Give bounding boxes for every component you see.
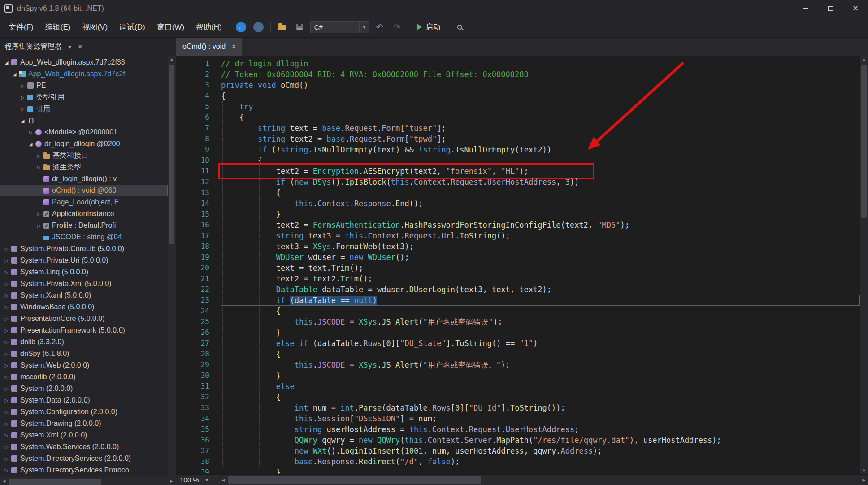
line-number[interactable]: 31 — [176, 381, 221, 392]
line-number[interactable]: 19 — [176, 252, 221, 263]
code-line[interactable]: 22 DataTable dataTable = wduser.DUserLog… — [176, 284, 860, 295]
line-number[interactable]: 37 — [176, 446, 221, 456]
scroll-right-icon[interactable]: ▶ — [168, 477, 176, 485]
line-number[interactable]: 32 — [176, 392, 221, 403]
scroll-down-icon[interactable]: ▼ — [862, 467, 866, 474]
code-line[interactable]: 12 if (new DSys().IpIsBlock(this.Context… — [176, 177, 860, 187]
tree-item[interactable]: ▷<Module> @02000001 — [0, 126, 168, 138]
editor-vertical-scrollbar[interactable]: ▲ ▼ — [860, 56, 868, 474]
line-number[interactable]: 24 — [176, 306, 221, 316]
code-line[interactable]: 6 { — [176, 112, 860, 123]
code-line[interactable]: 35 string userHostAddress = this.Context… — [176, 424, 860, 435]
expander-icon[interactable]: ▷ — [35, 223, 43, 228]
expander-icon[interactable]: ▷ — [3, 375, 10, 380]
expander-icon[interactable]: ▷ — [3, 410, 10, 415]
tree-item[interactable]: ▷Profile : DefaultProfi — [0, 220, 168, 231]
expander-icon[interactable]: ▷ — [3, 363, 10, 368]
line-number[interactable]: 12 — [176, 177, 221, 187]
code-line[interactable]: 23 if (dataTable == null) — [176, 295, 860, 306]
code-line[interactable]: 17 string text3 = this.Context.Request.U… — [176, 230, 860, 241]
menu-item[interactable]: 窗口(W) — [151, 17, 190, 37]
code-line[interactable]: 5 try — [176, 101, 860, 112]
sidebar-horizontal-scrollbar[interactable]: ◀ ▶ — [0, 477, 176, 485]
expander-icon[interactable]: ▷ — [19, 95, 26, 100]
menu-item[interactable]: 视图(V) — [76, 17, 113, 37]
tree-item[interactable]: ◢App_Web_dllogin.aspx.7d7c2f33 — [0, 56, 168, 68]
tree-item[interactable]: ▷ApplicationInstance — [0, 208, 168, 220]
tab-ocmd[interactable]: oCmd() : void × — [176, 38, 242, 56]
code-line[interactable]: 33 int num = int.Parse(dataTable.Rows[0]… — [176, 403, 860, 413]
scroll-left-icon[interactable]: ◀ — [0, 477, 8, 485]
expander-icon[interactable]: ▷ — [3, 468, 10, 473]
search-button[interactable] — [453, 20, 467, 34]
scroll-up-icon[interactable]: ▲ — [170, 56, 174, 63]
zoom-control[interactable]: 100 % ▾ — [176, 475, 219, 485]
line-number[interactable]: 18 — [176, 241, 221, 252]
code-line[interactable]: 4{ — [176, 91, 860, 101]
line-number[interactable]: 25 — [176, 316, 221, 327]
line-number[interactable]: 33 — [176, 403, 221, 413]
code-line[interactable]: 11 text2 = Encryption.AESEncrypt(text2, … — [176, 166, 860, 177]
code-line[interactable]: 20 text = text.Trim(); — [176, 263, 860, 273]
line-number[interactable]: 21 — [176, 273, 221, 284]
undo-button[interactable]: ↶ — [373, 20, 387, 34]
line-number[interactable]: 4 — [176, 91, 221, 101]
line-number[interactable]: 22 — [176, 284, 221, 295]
code-line[interactable]: 32 { — [176, 392, 860, 403]
menu-item[interactable]: 编辑(E) — [39, 17, 77, 37]
expander-icon[interactable]: ▷ — [3, 398, 10, 403]
line-number[interactable]: 1 — [176, 58, 221, 69]
editor-horizontal-scrollbar[interactable]: ◀ ▶ — [219, 475, 868, 485]
tab-close-icon[interactable]: × — [232, 43, 236, 51]
line-number[interactable]: 35 — [176, 424, 221, 435]
tree-item[interactable]: ▷引用 — [0, 103, 168, 115]
expander-icon[interactable]: ▷ — [3, 386, 10, 391]
code-line[interactable]: 16 text2 = FormsAuthentication.HashPassw… — [176, 220, 860, 230]
code-line[interactable]: 18 text3 = XSys.FormatWeb(text3); — [176, 241, 860, 252]
line-number[interactable]: 6 — [176, 112, 221, 123]
code-line[interactable]: 25 this.JSCODE = XSys.JS_Alert("用户名或密码错误… — [176, 316, 860, 327]
expander-icon[interactable]: ▷ — [3, 456, 10, 461]
line-number[interactable]: 23 — [176, 295, 221, 306]
panel-menu-icon[interactable]: ▾ — [68, 43, 71, 50]
tree-item[interactable]: ▷System (2.0.0.0) — [0, 383, 168, 394]
close-button[interactable]: ✕ — [843, 0, 868, 17]
code-line[interactable]: 7 string text = base.Request.Form["tuser… — [176, 123, 860, 134]
scrollbar-thumb[interactable] — [9, 479, 101, 485]
tree-item[interactable]: ▷mscorlib (2.0.0.0) — [0, 371, 168, 383]
line-number[interactable]: 17 — [176, 230, 221, 241]
tree-item[interactable]: ▷System.Web.Services (2.0.0.0) — [0, 441, 168, 453]
tree-item[interactable]: ▷System.Private.CoreLib (5.0.0.0) — [0, 243, 168, 255]
chevron-down-icon[interactable]: ▾ — [359, 22, 369, 33]
save-all-button[interactable] — [293, 20, 307, 34]
code-line[interactable]: 39 } — [176, 467, 860, 474]
code-line[interactable]: 38 base.Response.Redirect("/d", false); — [176, 456, 860, 467]
code-line[interactable]: 15 } — [176, 209, 860, 220]
line-number[interactable]: 27 — [176, 338, 221, 349]
code-line[interactable]: 21 text2 = text2.Trim(); — [176, 273, 860, 284]
maximize-button[interactable] — [818, 0, 843, 17]
line-number[interactable]: 13 — [176, 187, 221, 198]
tree-item[interactable]: ▷System.Configuration (2.0.0.0) — [0, 406, 168, 418]
line-number[interactable]: 2 — [176, 69, 221, 80]
tree-item[interactable]: ▷System.Linq (5.0.0.0) — [0, 266, 168, 278]
expander-icon[interactable]: ◢ — [27, 142, 35, 147]
expander-icon[interactable]: ▷ — [35, 165, 43, 170]
tree-item[interactable]: ▷PresentationCore (5.0.0.0) — [0, 313, 168, 325]
expander-icon[interactable]: ◢ — [3, 60, 10, 65]
code-line[interactable]: 36 QQWry qqwry = new QQWry(this.Context.… — [176, 435, 860, 446]
expander-icon[interactable]: ▷ — [35, 212, 43, 217]
line-number[interactable]: 15 — [176, 209, 221, 220]
panel-close-icon[interactable]: ✕ — [78, 43, 83, 50]
code-line[interactable]: 28 { — [176, 349, 860, 359]
line-number[interactable]: 3 — [176, 80, 221, 91]
code-line[interactable]: 34 this.Session["DSESSION"] = num; — [176, 413, 860, 424]
menu-item[interactable]: 帮助(H) — [190, 17, 228, 37]
tree-item[interactable]: ▷System.Data (2.0.0.0) — [0, 394, 168, 406]
expander-icon[interactable]: ▷ — [3, 433, 10, 438]
minimize-button[interactable] — [793, 0, 818, 17]
tree-item[interactable]: ▷WindowsBase (5.0.0.0) — [0, 301, 168, 313]
code-line[interactable]: 3private void oCmd() — [176, 80, 860, 91]
tree-item[interactable]: ◢App_Web_dllogin.aspx.7d7c2f — [0, 68, 168, 80]
tree-item[interactable]: ▷System.Xaml (5.0.0.0) — [0, 290, 168, 301]
